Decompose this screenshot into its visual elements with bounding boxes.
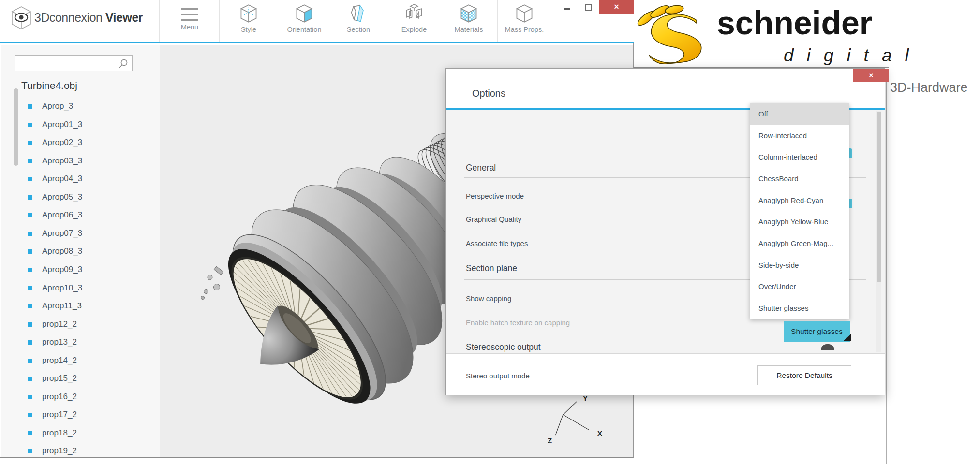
tree-bullet-icon	[28, 195, 32, 200]
close-window-button[interactable]: ×	[599, 0, 634, 14]
orientation-label: Orientation	[287, 26, 322, 33]
stereo-mode-select[interactable]: Shutter glasses	[784, 321, 850, 342]
dialog-row-label: Show capping	[466, 294, 511, 303]
toolbar-divider	[159, 0, 160, 44]
dialog-footer-separator	[446, 353, 885, 354]
tree-bullet-icon	[28, 359, 32, 363]
tree-bullet-icon	[28, 141, 32, 145]
stereo-select-value: Shutter glasses	[791, 327, 843, 336]
app-logo-eye-cube-icon	[10, 5, 32, 30]
tree-item[interactable]: Aprop04_3	[1, 170, 160, 188]
tree-bullet-icon	[28, 159, 32, 163]
tree-item[interactable]: prop13_2	[1, 333, 160, 351]
tree-item[interactable]: prop14_2	[1, 351, 160, 370]
tree-item-label: Aprop05_3	[42, 192, 82, 202]
restore-defaults-button[interactable]: Restore Defaults	[757, 365, 851, 385]
tree-item[interactable]: Aprop06_3	[1, 206, 160, 224]
dropdown-option[interactable]: ChessBoard	[750, 168, 849, 189]
minimize-icon	[564, 8, 570, 10]
toolbar-accent-line	[0, 42, 634, 44]
tree-item-label: Aprop01_3	[42, 120, 82, 130]
dialog-close-button[interactable]: ×	[853, 69, 889, 82]
materials-label: Materials	[455, 26, 483, 33]
cube-section-icon	[349, 4, 368, 23]
tree-bullet-icon	[28, 232, 32, 236]
brand-name: schneider	[717, 4, 872, 42]
tree-bullet-icon	[28, 304, 32, 308]
tree-item[interactable]: prop19_2	[1, 442, 160, 457]
dialog-title: Options	[472, 88, 505, 99]
hamburger-icon	[181, 8, 198, 21]
tree-item[interactable]: prop16_2	[1, 388, 160, 406]
tree-item[interactable]: Aprop11_3	[1, 297, 160, 315]
dropdown-option[interactable]: Over/Under	[750, 276, 849, 298]
tree-item[interactable]: Aprop03_3	[1, 152, 160, 170]
tree-item[interactable]: Aprop10_3	[1, 279, 160, 297]
explode-button[interactable]: Explode	[391, 4, 437, 40]
search-input[interactable]	[17, 57, 117, 69]
dialog-scrollbar-thumb[interactable]	[877, 112, 881, 282]
dropdown-option[interactable]: Side-by-side	[750, 254, 849, 276]
tree-list: Aprop_3Aprop01_3Aprop02_3Aprop03_3Aprop0…	[1, 97, 160, 457]
tree-item-label: Aprop07_3	[42, 229, 82, 238]
tree-item-label: prop15_2	[42, 374, 77, 383]
tree-root-node[interactable]: Turbine4.obj	[21, 80, 77, 91]
tree-item-label: Aprop06_3	[42, 210, 82, 220]
close-icon: ×	[869, 71, 874, 79]
orientation-button[interactable]: Orientation	[281, 4, 327, 40]
tree-item[interactable]: prop12_2	[1, 315, 160, 334]
tree-item-label: Aprop11_3	[42, 301, 82, 311]
dialog-section-header: General	[466, 163, 496, 173]
dropdown-option[interactable]: Column-interlaced	[750, 146, 849, 168]
dialog-section-header: Stereoscopic output	[466, 342, 541, 352]
section-underline	[464, 357, 866, 357]
tree-item[interactable]: prop15_2	[1, 369, 160, 388]
dropdown-option[interactable]: Off	[750, 103, 849, 125]
tree-item-label: prop19_2	[42, 446, 77, 456]
cube-massprops-icon	[515, 4, 534, 23]
tree-bullet-icon	[28, 377, 32, 381]
dialog-row-label: Enable hatch texture on capping	[466, 319, 570, 327]
tree-bullet-icon	[28, 249, 32, 254]
tree-item-label: Aprop09_3	[42, 265, 82, 275]
browser-divider-line	[886, 81, 887, 464]
dropdown-option[interactable]: Row-interlaced	[750, 125, 849, 146]
axis-z-label: Z	[548, 436, 552, 445]
tree-item[interactable]: Aprop02_3	[1, 133, 160, 152]
search-box[interactable]	[15, 55, 133, 71]
tree-item[interactable]: Aprop08_3	[1, 242, 160, 261]
dialog-row-label: Perspective mode	[466, 192, 524, 200]
section-button[interactable]: Section	[335, 4, 382, 40]
tree-item-label: prop13_2	[42, 337, 77, 347]
menu-button[interactable]: Menu	[166, 4, 213, 40]
dropdown-option[interactable]: Anaglyph Yellow-Blue	[750, 211, 849, 232]
style-button[interactable]: Style	[225, 4, 272, 40]
tree-item[interactable]: Aprop09_3	[1, 261, 160, 279]
tree-item[interactable]: prop17_2	[1, 406, 160, 424]
dialog-section-header: Section plane	[466, 263, 517, 274]
dropdown-option[interactable]: Anaglyph Red-Cyan	[750, 189, 849, 211]
tree-item[interactable]: Aprop07_3	[1, 224, 160, 243]
mass-props-button[interactable]: Mass Props.	[501, 4, 548, 40]
dropdown-option[interactable]: Anaglyph Green-Mag...	[750, 232, 849, 254]
minimize-button[interactable]	[560, 2, 575, 14]
dialog-row-label: Stereo output mode	[466, 372, 530, 380]
axis-triad	[555, 402, 589, 435]
dialog-row-label: Associate file types	[466, 239, 528, 247]
tree-item-label: Aprop03_3	[42, 156, 82, 166]
maximize-button[interactable]	[581, 2, 596, 14]
menu-label: Menu	[181, 23, 198, 31]
tree-item[interactable]: Aprop_3	[1, 97, 160, 116]
rim-bolts-icon	[201, 266, 223, 299]
tree-item-label: prop18_2	[42, 428, 77, 438]
tree-item[interactable]: Aprop05_3	[1, 188, 160, 206]
dropdown-option[interactable]: Shutter glasses	[750, 297, 849, 319]
tree-bullet-icon	[28, 413, 32, 417]
tree-item[interactable]: prop18_2	[1, 424, 160, 442]
tree-bullet-icon	[28, 322, 32, 327]
tree-bullet-icon	[28, 449, 32, 453]
tree-item-label: prop16_2	[42, 392, 77, 402]
tree-item[interactable]: Aprop01_3	[1, 116, 160, 134]
materials-button[interactable]: Materials	[445, 4, 492, 40]
axis-x-label: X	[597, 429, 602, 437]
